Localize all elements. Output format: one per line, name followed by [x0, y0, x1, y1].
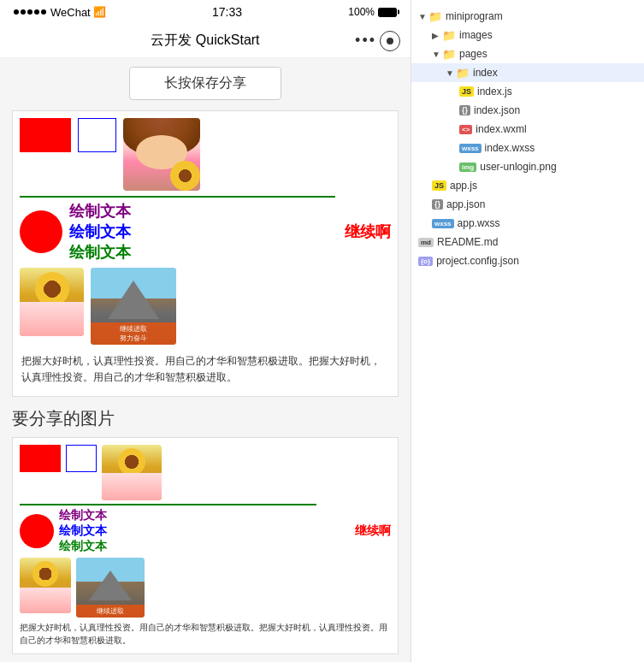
- share-photo-overlay: 继续进取: [76, 605, 145, 618]
- tree-item-index-wxss[interactable]: wxss index.wxss: [411, 139, 644, 157]
- time-display: 17:33: [212, 5, 242, 19]
- tree-item-miniprogram[interactable]: ▼ 📁 miniprogram: [411, 7, 644, 26]
- tree-label-readme: README.md: [437, 236, 498, 248]
- red-circle: [20, 210, 62, 253]
- tree-item-readme[interactable]: md README.md: [411, 233, 644, 251]
- badge-index-wxss: wxss: [459, 144, 482, 153]
- badge-index-js: JS: [459, 86, 474, 97]
- tree-item-project-config[interactable]: {o} project.config.json: [411, 251, 644, 270]
- share-sunflower-portrait: [20, 558, 71, 613]
- share-row3: 继续进取: [20, 558, 391, 618]
- tree-item-user-unlogin[interactable]: img user-unlogin.png: [411, 157, 644, 176]
- share-blue-rect: [66, 445, 97, 472]
- arrow-pages: ▼: [432, 50, 442, 59]
- app-name-label: WeChat: [50, 6, 91, 19]
- badge-app-json: {}: [432, 199, 443, 210]
- blue-rectangle-outline: [78, 118, 116, 152]
- draw-text-1: 绘制文本: [69, 201, 131, 222]
- tree-label-pages: pages: [459, 48, 487, 60]
- share-preview-box: 绘制文本 绘制文本 绘制文本 继续啊 继续进取: [12, 437, 399, 654]
- arrow-images: ▶: [432, 31, 442, 40]
- share-green-line: [20, 504, 316, 505]
- status-left: WeChat 📶: [14, 6, 106, 19]
- tree-item-index-json[interactable]: {} index.json: [411, 101, 644, 120]
- tree-item-images[interactable]: ▶ 📁 images: [411, 26, 644, 44]
- share-red-circle: [20, 514, 54, 548]
- badge-index-wxml: <>: [459, 125, 472, 134]
- record-button[interactable]: [380, 31, 400, 51]
- wifi-icon: 📶: [93, 6, 106, 18]
- draw-text-2: 绘制文本: [69, 222, 131, 242]
- tree-item-index-folder[interactable]: ▼ 📁 index: [411, 63, 644, 82]
- tree-label-index-js: index.js: [477, 86, 512, 98]
- status-bar: WeChat 📶 17:33 100%: [0, 0, 411, 24]
- tree-label-app-json: app.json: [446, 198, 485, 210]
- tree-label-index-wxss: index.wxss: [485, 142, 535, 154]
- tree-label-miniprogram: miniprogram: [446, 10, 503, 22]
- tree-item-pages[interactable]: ▼ 📁 pages: [411, 44, 644, 63]
- save-share-button[interactable]: 长按保存分享: [129, 67, 281, 100]
- share-draw-text-3: 绘制文本: [59, 539, 107, 554]
- canvas-row3: 继续进取 努力奋斗: [20, 268, 391, 345]
- navbar-title: 云开发 QuickStart: [151, 32, 259, 50]
- share-continue-text: 继续啊: [355, 523, 391, 539]
- tree-label-index-wxml: index.wxml: [476, 123, 526, 135]
- share-description: 把握大好时机，认真理性投资。用自己的才华和智慧积极进取。把握大好时机，认真理性投…: [20, 621, 391, 647]
- share-red-rect: [20, 445, 61, 472]
- tree-item-app-js[interactable]: JS app.js: [411, 176, 644, 195]
- badge-project-config: {o}: [418, 257, 433, 266]
- navbar: 云开发 QuickStart •••: [0, 24, 411, 58]
- draw-text-3: 绘制文本: [69, 242, 131, 263]
- tree-item-app-wxss[interactable]: wxss app.wxss: [411, 214, 644, 233]
- battery-icon: [378, 8, 397, 17]
- share-draw-text-2: 绘制文本: [59, 523, 107, 539]
- folder-icon-miniprogram: 📁: [428, 10, 442, 23]
- red-rectangle: [20, 118, 71, 152]
- tree-label-index-json: index.json: [474, 104, 520, 116]
- signal-dots: [14, 9, 46, 15]
- badge-app-js: JS: [432, 180, 446, 191]
- share-portrait: [102, 445, 162, 500]
- share-draw-text-1: 绘制文本: [59, 508, 107, 523]
- folder-icon-pages: 📁: [442, 48, 456, 61]
- tree-label-index: index: [473, 67, 498, 79]
- tree-item-app-json[interactable]: {} app.json: [411, 195, 644, 214]
- badge-readme: md: [418, 238, 434, 247]
- photo-overlay-text: 继续进取: [93, 324, 174, 334]
- share-row1: [20, 445, 391, 500]
- arrow-miniprogram: ▼: [418, 12, 428, 21]
- tree-label-app-js: app.js: [450, 180, 477, 192]
- arrow-index: ▼: [446, 68, 456, 78]
- tree-item-index-wxml[interactable]: <> index.wxml: [411, 120, 644, 139]
- sunflower-portrait: [20, 268, 84, 336]
- tree-label-app-wxss: app.wxss: [458, 217, 500, 229]
- canvas-row2: 绘制文本 绘制文本 绘制文本 继续啊: [20, 201, 391, 263]
- badge-index-json: {}: [459, 105, 470, 115]
- canvas-row1: [20, 118, 391, 191]
- draw-texts: 绘制文本 绘制文本 绘制文本: [69, 201, 131, 263]
- tree-item-index-js[interactable]: JS index.js: [411, 82, 644, 101]
- tree-label-project-config: project.config.json: [436, 255, 519, 267]
- canvas-preview: 绘制文本 绘制文本 绘制文本 继续啊: [12, 110, 399, 397]
- share-mountain-photo: 继续进取: [76, 558, 145, 618]
- more-button[interactable]: •••: [355, 32, 376, 50]
- photo-text-zh: 努力奋斗: [93, 334, 174, 343]
- status-right: 100%: [348, 6, 397, 18]
- share-section-label: 要分享的图片: [12, 407, 399, 430]
- green-line: [20, 196, 335, 198]
- tree-label-user-unlogin: user-unlogin.png: [480, 161, 556, 173]
- badge-png: img: [459, 163, 476, 172]
- mountain-photo: 继续进取 努力奋斗: [91, 268, 176, 345]
- continue-text: 继续啊: [345, 222, 391, 242]
- battery-percent: 100%: [348, 6, 375, 18]
- share-row2: 绘制文本 绘制文本 绘制文本 继续啊: [20, 508, 391, 554]
- portrait-image: [123, 118, 200, 191]
- share-texts: 绘制文本 绘制文本 绘制文本: [59, 508, 107, 554]
- photo-overlay: 继续进取 努力奋斗: [91, 322, 176, 345]
- canvas-description: 把握大好时机，认真理性投资。用自己的才华和智慧积极进取。把握大好时机，认真理性投…: [20, 350, 391, 389]
- content-area: 长按保存分享: [0, 58, 411, 662]
- file-tree-panel: ▼ 📁 miniprogram ▶ 📁 images ▼ 📁 pages ▼ 📁…: [411, 0, 644, 662]
- folder-icon-images: 📁: [442, 29, 456, 42]
- folder-icon-index: 📁: [456, 67, 470, 80]
- mobile-simulator: WeChat 📶 17:33 100% 云开发 QuickStart ••• 长…: [0, 0, 411, 662]
